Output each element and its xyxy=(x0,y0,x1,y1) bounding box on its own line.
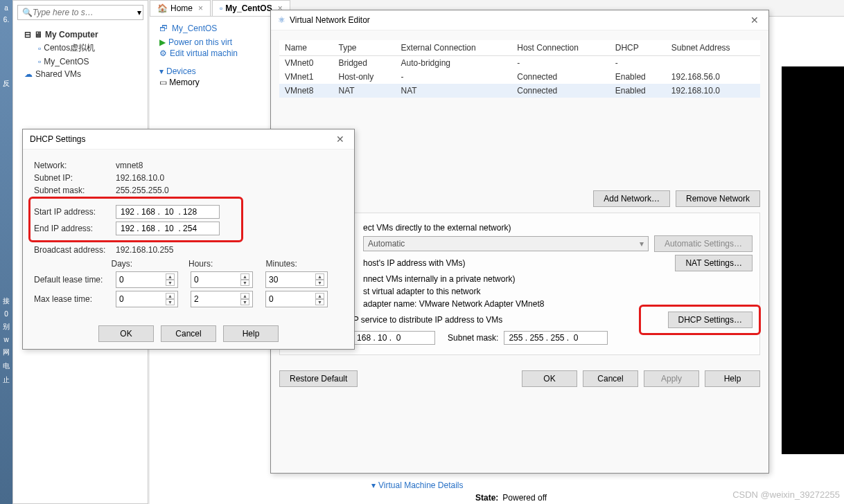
add-network-button[interactable]: Add Network… xyxy=(593,190,670,207)
default-minutes-spinner[interactable]: ▲▼ xyxy=(265,271,328,288)
devices-title: Devices xyxy=(166,66,196,76)
spin-down-icon[interactable]: ▼ xyxy=(315,299,324,305)
default-lease-label: Default lease time: xyxy=(34,275,116,285)
tree-toggle-icon[interactable]: ⊟ xyxy=(24,30,31,39)
table-row[interactable]: VMnet0BridgedAuto-bridging-- xyxy=(279,56,760,71)
tree-root[interactable]: ⊟ 🖥 My Computer xyxy=(17,28,143,41)
close-icon[interactable]: × xyxy=(198,3,203,13)
power-on-label: Power on this virt xyxy=(168,37,232,47)
spin-down-icon[interactable]: ▼ xyxy=(166,280,175,286)
dhcp-title-bar[interactable]: DHCP Settings ✕ xyxy=(23,129,354,150)
max-minutes-spinner[interactable]: ▲▼ xyxy=(265,291,328,307)
ok-button[interactable]: OK xyxy=(98,325,154,342)
table-row[interactable]: VMnet1Host-only-ConnectedEnabled192.168.… xyxy=(279,70,760,84)
spinner-input[interactable] xyxy=(194,294,229,304)
subnet-ip-value: 192.168.10.0 xyxy=(116,173,164,183)
close-icon[interactable]: ✕ xyxy=(333,134,347,145)
table-cell: VMnet1 xyxy=(279,70,333,84)
dropdown-icon[interactable]: ▾ xyxy=(137,8,141,17)
search-input[interactable] xyxy=(33,8,137,17)
adapter-name: adapter name: VMware Network Adapter VMn… xyxy=(363,299,544,309)
help-button[interactable]: Help xyxy=(705,370,760,387)
network-value: vmnet8 xyxy=(116,161,143,170)
table-cell: - xyxy=(511,56,609,71)
bridged-hint: ect VMs directly to the external network… xyxy=(363,223,511,233)
spin-up-icon[interactable]: ▲ xyxy=(240,273,249,280)
vne-networks-table[interactable]: Name Type External Connection Host Conne… xyxy=(279,40,760,98)
col-ext[interactable]: External Connection xyxy=(396,40,512,56)
apply-button[interactable]: Apply xyxy=(644,370,699,387)
spin-up-icon[interactable]: ▲ xyxy=(315,273,324,280)
tree-item-centos[interactable]: ▫ Centos虚拟机 xyxy=(17,41,143,55)
table-row[interactable]: VMnet8NATNATConnectedEnabled192.168.10.0 xyxy=(279,84,760,98)
spin-up-icon[interactable]: ▲ xyxy=(166,293,175,299)
dhcp-settings-button[interactable]: DHCP Settings… xyxy=(668,312,753,328)
end-ip-label: End IP address: xyxy=(34,224,116,233)
tree-item-mycentos[interactable]: ▫ My_CentOS xyxy=(17,55,143,68)
default-days-spinner[interactable]: ▲▼ xyxy=(116,271,178,288)
tab-home[interactable]: 🏠 Home × xyxy=(150,0,211,16)
subnet-mask-input[interactable] xyxy=(504,331,608,345)
spinner-input[interactable] xyxy=(269,294,304,304)
start-ip-label: Start IP address: xyxy=(34,207,116,217)
highlight-annotation xyxy=(28,197,243,242)
spinner-input[interactable] xyxy=(269,275,304,285)
dhcp-title: DHCP Settings xyxy=(30,134,85,144)
close-icon[interactable]: ✕ xyxy=(748,15,762,26)
nat-settings-button[interactable]: NAT Settings… xyxy=(675,255,753,271)
chevron-down-icon: ▾ xyxy=(371,480,376,490)
table-cell: NAT xyxy=(333,84,396,98)
broadcast-label: Broadcast address: xyxy=(34,245,116,255)
home-icon: 🏠 xyxy=(157,3,168,13)
table-cell: 192.168.56.0 xyxy=(666,70,760,84)
spinner-input[interactable] xyxy=(119,294,154,304)
spin-up-icon[interactable]: ▲ xyxy=(315,293,324,299)
vm-title-text: My_CentOS xyxy=(172,24,217,33)
max-days-spinner[interactable]: ▲▼ xyxy=(116,291,178,307)
vm-icon: ▫ xyxy=(38,57,41,66)
vm-details-label: Virtual Machine Details xyxy=(378,480,464,490)
col-subnet[interactable]: Subnet Address xyxy=(666,40,760,56)
spinner-input[interactable] xyxy=(194,275,229,285)
cancel-button[interactable]: Cancel xyxy=(161,325,216,342)
end-ip-input[interactable] xyxy=(116,222,220,235)
table-cell: Connected xyxy=(511,70,609,84)
spin-down-icon[interactable]: ▼ xyxy=(166,299,175,305)
start-ip-input[interactable] xyxy=(116,205,220,219)
tab-label: My_CentOS xyxy=(225,3,272,13)
ok-button[interactable]: OK xyxy=(522,370,577,387)
max-hours-spinner[interactable]: ▲▼ xyxy=(191,291,253,307)
spinner-input[interactable] xyxy=(119,275,154,285)
col-type[interactable]: Type xyxy=(333,40,396,56)
remove-network-button[interactable]: Remove Network xyxy=(676,190,760,207)
restore-default-button[interactable]: Restore Default xyxy=(279,370,358,387)
spin-up-icon[interactable]: ▲ xyxy=(166,273,175,280)
auto-settings-button[interactable]: Automatic Settings… xyxy=(654,235,753,252)
play-icon: ▶ xyxy=(159,37,166,47)
table-cell: NAT xyxy=(396,84,512,98)
vne-title-bar[interactable]: ⚛ Virtual Network Editor ✕ xyxy=(271,10,768,30)
computer-icon: 🖥 xyxy=(34,30,42,39)
max-lease-label: Max lease time: xyxy=(34,294,116,304)
col-dhcp[interactable]: DHCP xyxy=(610,40,666,56)
spin-down-icon[interactable]: ▼ xyxy=(315,280,324,286)
bridged-adapter-select[interactable]: Automatic xyxy=(363,236,649,251)
memory-icon: ▭ xyxy=(159,78,167,87)
help-button[interactable]: Help xyxy=(223,325,279,342)
search-icon: 🔍 xyxy=(22,8,33,17)
cancel-button[interactable]: Cancel xyxy=(583,370,638,387)
edit-label: Edit virtual machin xyxy=(170,48,238,58)
spin-up-icon[interactable]: ▲ xyxy=(240,293,249,299)
network-label: Network: xyxy=(34,161,116,170)
vm-details-title[interactable]: ▾ Virtual Machine Details xyxy=(371,480,547,490)
tree-item-label: My_CentOS xyxy=(44,57,89,66)
col-host[interactable]: Host Connection xyxy=(511,40,609,56)
spin-down-icon[interactable]: ▼ xyxy=(240,299,249,305)
spin-down-icon[interactable]: ▼ xyxy=(240,280,249,286)
col-name[interactable]: Name xyxy=(279,40,333,56)
table-cell: Enabled xyxy=(610,70,666,84)
search-box[interactable]: 🔍 ▾ xyxy=(17,5,143,20)
default-hours-spinner[interactable]: ▲▼ xyxy=(191,271,253,288)
hours-header: Hours: xyxy=(188,259,266,269)
tree-shared-vms[interactable]: ☁ Shared VMs xyxy=(17,68,143,80)
